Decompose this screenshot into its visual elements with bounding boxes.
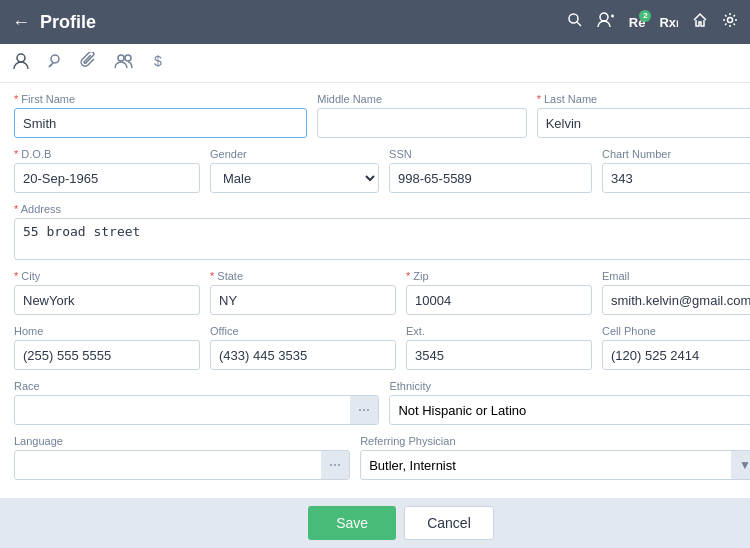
language-label: Language: [14, 435, 350, 447]
main-layout: $ First Name Middle Name Last Name: [0, 44, 750, 548]
address-label: Address: [14, 203, 750, 215]
svg-point-2: [600, 13, 608, 21]
gender-select[interactable]: Male Female Other: [210, 163, 379, 193]
svg-text:$: $: [154, 53, 162, 69]
office-label: Office: [210, 325, 396, 337]
settings-icon[interactable]: [722, 12, 738, 32]
subnav-dollar-icon[interactable]: $: [150, 52, 168, 74]
zip-label: Zip: [406, 270, 592, 282]
address-group: Address 55 broad street: [14, 203, 750, 260]
email-label: Email: [602, 270, 750, 282]
last-name-input[interactable]: [537, 108, 750, 138]
search-icon[interactable]: [567, 12, 583, 32]
svg-point-5: [728, 18, 733, 23]
gender-group: Gender Male Female Other: [210, 148, 379, 193]
dob-group: D.O.B: [14, 148, 200, 193]
svg-point-0: [569, 14, 578, 23]
first-name-group: First Name: [14, 93, 307, 138]
svg-line-7: [49, 64, 52, 67]
ssn-group: SSN: [389, 148, 592, 193]
language-input-wrapper: ⋯: [14, 450, 350, 480]
re-badge: 2: [639, 10, 651, 22]
zip-group: Zip: [406, 270, 592, 315]
dob-input[interactable]: [14, 163, 200, 193]
ext-group: Ext.: [406, 325, 592, 370]
zip-input[interactable]: [406, 285, 592, 315]
svg-point-8: [118, 55, 124, 61]
email-group: Email: [602, 270, 750, 315]
home-phone-label: Home: [14, 325, 200, 337]
ssn-input[interactable]: [389, 163, 592, 193]
race-ethnicity-row: Race ⋯ Ethnicity: [14, 380, 750, 425]
ext-label: Ext.: [406, 325, 592, 337]
form-content: First Name Middle Name Last Name D.O.B: [0, 83, 750, 498]
topbar-actions: Re 2 Rxₗ: [567, 12, 738, 32]
race-input[interactable]: [15, 398, 350, 423]
middle-name-label: Middle Name: [317, 93, 526, 105]
language-input[interactable]: [15, 453, 321, 478]
svg-point-6: [17, 54, 25, 62]
subnav-group-icon[interactable]: [114, 52, 134, 74]
referring-physician-label: Referring Physician: [360, 435, 750, 447]
rx-icon[interactable]: Rxₗ: [659, 15, 678, 30]
form-area: $ First Name Middle Name Last Name: [0, 44, 750, 548]
ethnicity-label: Ethnicity: [389, 380, 750, 392]
ethnicity-group: Ethnicity: [389, 380, 750, 425]
chart-number-input[interactable]: [602, 163, 750, 193]
first-name-input[interactable]: [14, 108, 307, 138]
gender-label: Gender: [210, 148, 379, 160]
city-group: City: [14, 270, 200, 315]
home-icon[interactable]: [692, 12, 708, 32]
svg-point-9: [125, 55, 131, 61]
cell-phone-label: Cell Phone: [602, 325, 750, 337]
ext-input[interactable]: [406, 340, 592, 370]
ethnicity-input[interactable]: [390, 398, 750, 423]
race-input-wrapper: ⋯: [14, 395, 379, 425]
subnav-profile-icon[interactable]: [12, 52, 30, 74]
race-group: Race ⋯: [14, 380, 379, 425]
last-name-label: Last Name: [537, 93, 750, 105]
home-phone-input[interactable]: [14, 340, 200, 370]
middle-name-group: Middle Name: [317, 93, 526, 138]
language-physician-row: Language ⋯ Referring Physician ▼ +: [14, 435, 750, 480]
city-label: City: [14, 270, 200, 282]
address-input[interactable]: 55 broad street: [14, 218, 750, 260]
phone-row: Home Office Ext. Cell Phone: [14, 325, 750, 370]
cell-phone-input[interactable]: [602, 340, 750, 370]
referring-physician-input[interactable]: [361, 453, 731, 478]
state-group: State: [210, 270, 396, 315]
ssn-label: SSN: [389, 148, 592, 160]
state-input[interactable]: [210, 285, 396, 315]
dob-label: D.O.B: [14, 148, 200, 160]
city-input[interactable]: [14, 285, 200, 315]
email-input[interactable]: [602, 285, 750, 315]
race-more-btn[interactable]: ⋯: [350, 396, 378, 424]
city-state-row: City State Zip Email: [14, 270, 750, 315]
first-name-label: First Name: [14, 93, 307, 105]
re-icon[interactable]: Re 2: [629, 15, 646, 30]
subnav-paperclip-icon[interactable]: [80, 52, 98, 74]
svg-line-1: [577, 22, 581, 26]
save-button[interactable]: Save: [308, 506, 396, 540]
cancel-button[interactable]: Cancel: [404, 506, 494, 540]
topbar: ← Profile Re 2 Rxₗ: [0, 0, 750, 44]
address-row: Address 55 broad street: [14, 203, 750, 260]
name-row: First Name Middle Name Last Name: [14, 93, 750, 138]
add-patient-icon[interactable]: [597, 12, 615, 32]
page-title: Profile: [40, 12, 567, 33]
chart-number-group: Chart Number: [602, 148, 750, 193]
cell-phone-group: Cell Phone: [602, 325, 750, 370]
state-label: State: [210, 270, 396, 282]
middle-name-input[interactable]: [317, 108, 526, 138]
referring-physician-dropdown-btn[interactable]: ▼: [731, 451, 750, 479]
office-input[interactable]: [210, 340, 396, 370]
language-group: Language ⋯: [14, 435, 350, 480]
home-phone-group: Home: [14, 325, 200, 370]
back-button[interactable]: ←: [12, 12, 30, 33]
referring-physician-input-wrapper: ▼: [360, 450, 750, 480]
subnav-tools-icon[interactable]: [46, 52, 64, 74]
referring-physician-wrapper: ▼ +: [360, 450, 750, 480]
ethnicity-input-wrapper: [389, 395, 750, 425]
last-name-group: Last Name: [537, 93, 750, 138]
language-more-btn[interactable]: ⋯: [321, 451, 349, 479]
